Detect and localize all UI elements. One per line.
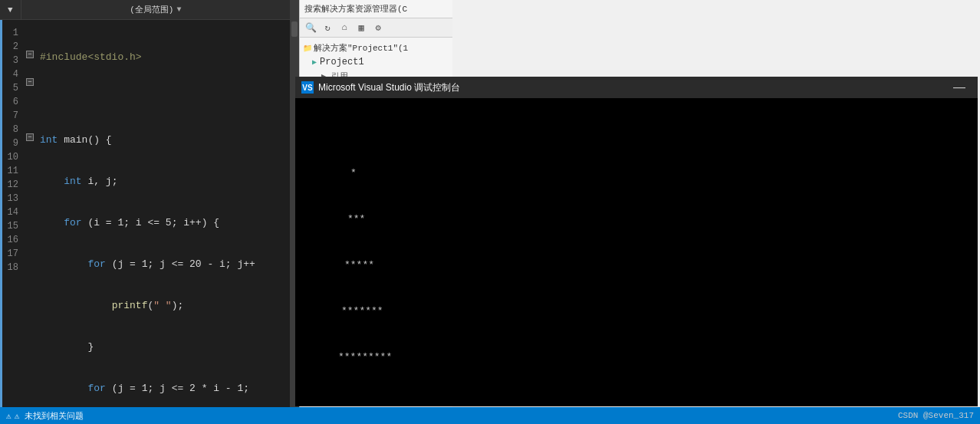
status-bar: ⚠ ⚠ 未找到相关问题 CSDN @Seven_317 bbox=[0, 407, 980, 424]
status-error-label: ⚠ 未找到相关问题 bbox=[15, 410, 84, 422]
toolbar-search[interactable]: 🔍 bbox=[303, 20, 318, 35]
code-area: 1 2 3 4 5 6 7 8 9 10 11 12 13 14 15 16 1 bbox=[0, 20, 299, 407]
scope-selector[interactable]: (全局范围) ▼ bbox=[21, 0, 290, 19]
collapse-line5[interactable]: − bbox=[26, 78, 34, 86]
code-content: #include<stdio.h> int main() { int i, j;… bbox=[37, 20, 290, 407]
console-window: VS Microsoft Visual Studio 调试控制台 — * ***… bbox=[295, 77, 978, 406]
warning-icon: ⚠ bbox=[6, 411, 12, 421]
line-numbers: 1 2 3 4 5 6 7 8 9 10 11 12 13 14 15 16 1 bbox=[0, 20, 23, 407]
toolbar-settings[interactable]: ⚙ bbox=[370, 20, 386, 35]
tree-item-solution[interactable]: 📁 解决方案"Project1"(1 bbox=[300, 41, 452, 55]
collapse-gutter: − − − bbox=[23, 20, 37, 407]
console-close-btn[interactable]: — bbox=[947, 81, 972, 94]
solution-header: 搜索解决方案资源管理器(C bbox=[300, 0, 452, 18]
editor-toolbar: ▼ (全局范围) ▼ bbox=[0, 0, 299, 20]
console-output-stars: * *** ***** ******* ********* bbox=[304, 135, 968, 396]
collapse-line3[interactable]: − bbox=[26, 51, 34, 58]
collapse-line9[interactable]: − bbox=[26, 133, 34, 141]
solution-toolbar: 🔍 ↻ ⌂ ▦ ⚙ bbox=[300, 18, 452, 38]
tree-item-project[interactable]: ▶ Project1 bbox=[300, 55, 452, 69]
console-titlebar: VS Microsoft Visual Studio 调试控制台 — bbox=[295, 77, 978, 98]
watermark: CSDN @Seven_317 bbox=[898, 411, 974, 420]
toolbar-home[interactable]: ⌂ bbox=[337, 20, 352, 35]
console-body: * *** ***** ******* ********* D:\VSzye\P… bbox=[295, 98, 978, 406]
toolbar-file[interactable]: ▼ bbox=[0, 0, 21, 19]
scrollbar-right bbox=[290, 0, 299, 19]
code-editor: ▼ (全局范围) ▼ 1 2 3 4 5 6 7 bbox=[0, 0, 299, 407]
toolbar-refresh[interactable]: ↻ bbox=[320, 20, 335, 35]
vs-icon: VS bbox=[301, 81, 314, 94]
toolbar-grid[interactable]: ▦ bbox=[354, 20, 369, 35]
main-layout: ▼ (全局范围) ▼ 1 2 3 4 5 6 7 bbox=[0, 0, 980, 407]
